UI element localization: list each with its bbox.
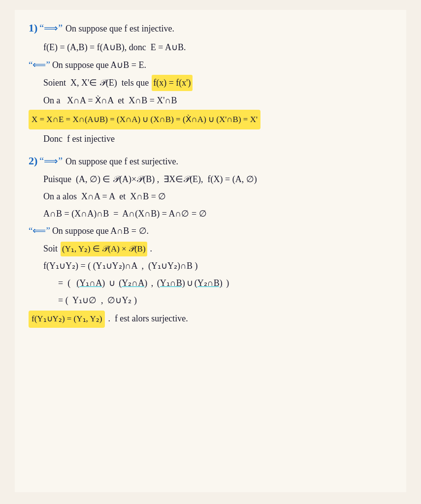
line-puisque: Puisque (A, ∅) ∈ 𝒫(A)×𝒫(B) , ∃X∈𝒫(E), f(… bbox=[29, 172, 392, 187]
line-anb: A∩B = (X∩A)∩B = A∩(X∩B) = A∩∅ = ∅ bbox=[29, 206, 392, 221]
line-soit: Soit (Y₁, Y₂) ∈ 𝒫(A) × 𝒫(B) . bbox=[29, 241, 392, 257]
line-backward-2: “⟸” On suppose que A∩B = ∅. bbox=[29, 223, 392, 239]
section-number-1: 1) bbox=[29, 19, 37, 37]
xeq-highlight: X = X∩E = X∩(A∪B) = (X∩A) ∪ (X∩B) = (X̀∩… bbox=[29, 110, 260, 129]
union-3: ∪ bbox=[187, 276, 193, 291]
section-number-2: 2) bbox=[29, 152, 37, 170]
union-2: ∪ bbox=[106, 276, 117, 291]
conclusion-highlight: f(Y₁∪Y₂) = (Y₁, Y₂) bbox=[29, 311, 105, 328]
double-arrow-left-1: “⟸” bbox=[29, 57, 50, 73]
line-fe: f(E) = (A,B) = f(A∪B), donc E = A∪B. bbox=[29, 40, 392, 55]
line-1-text: On suppose que f est injective. bbox=[65, 21, 174, 36]
double-arrow-right-2: “⟹” bbox=[39, 153, 63, 169]
y2nb-highlight: (Y₂∩B) bbox=[194, 276, 223, 291]
line-donc-inject: Donc f est injective bbox=[29, 131, 392, 147]
conclusion-text: . f est alors surjective. bbox=[108, 311, 188, 326]
section-2: 2) “⟹” On suppose que f est surjective. … bbox=[29, 152, 392, 328]
backward-2-text: On suppose que A∩B = ∅. bbox=[52, 223, 149, 239]
line-2-title: 2) “⟹” On suppose que f est surjective. bbox=[29, 152, 392, 170]
y1na-highlight: (Y₁∩A) bbox=[76, 276, 105, 291]
comma-2: , bbox=[149, 276, 156, 291]
line-fy1y2-3: = ( Y₁∪∅ , ∅∪Y₂ ) bbox=[29, 293, 392, 308]
line-1-title: 1) “⟹” On suppose que f est injective. bbox=[29, 19, 392, 37]
soit-text: Soit bbox=[43, 241, 58, 256]
y2na-highlight: (Y₂∩A) bbox=[119, 276, 147, 291]
soit-highlight: (Y₁, Y₂) ∈ 𝒫(A) × 𝒫(B) bbox=[61, 242, 147, 257]
close-paren-2: ) bbox=[224, 276, 229, 291]
double-arrow-left-2: “⟸” bbox=[29, 223, 50, 239]
section-1: 1) “⟹” On suppose que f est injective. f… bbox=[29, 19, 392, 147]
soient-text: Soient X, X'∈ 𝒫(E) tels que bbox=[43, 75, 149, 91]
line-backward-1: “⟸” On suppose que A∪B = E. bbox=[29, 57, 392, 73]
line-xeq: X = X∩E = X∩(A∪B) = (X∩A) ∪ (X∩B) = (X̀∩… bbox=[29, 110, 392, 129]
double-arrow-right-1: “⟹” bbox=[39, 20, 63, 36]
y1nb-highlight: (Y₁∩B) bbox=[157, 276, 185, 291]
line-conclusion: f(Y₁∪Y₂) = (Y₁, Y₂) . f est alors surjec… bbox=[29, 311, 392, 328]
line-ona2: On a alos X∩A = A et X∩B = ∅ bbox=[29, 189, 392, 204]
soit-period: . bbox=[150, 241, 153, 256]
line-2-text: On suppose que f est surjective. bbox=[65, 154, 178, 169]
line-fy1y2-1: f(Y₁∪Y₂) = ( (Y₁∪Y₂)∩A , (Y₁∪Y₂)∩B ) bbox=[29, 258, 392, 274]
line-ona: On a X∩A = X̀∩A et X∩B = X'∩B bbox=[29, 93, 392, 108]
backward-1-text: On suppose que A∪B = E. bbox=[52, 58, 146, 73]
line-soient: Soient X, X'∈ 𝒫(E) tels que f(x) = f(x') bbox=[29, 75, 392, 91]
line-fy1y2-2: = ( (Y₁∩A) ∪ (Y₂∩A) , (Y₁∩B) ∪ (Y₂∩B) ) bbox=[29, 276, 392, 291]
math-proof-page: 1) “⟹” On suppose que f est injective. f… bbox=[15, 10, 406, 492]
soient-highlight: f(x) = f(x') bbox=[152, 75, 192, 91]
eq-sign-2: = ( bbox=[58, 276, 75, 291]
